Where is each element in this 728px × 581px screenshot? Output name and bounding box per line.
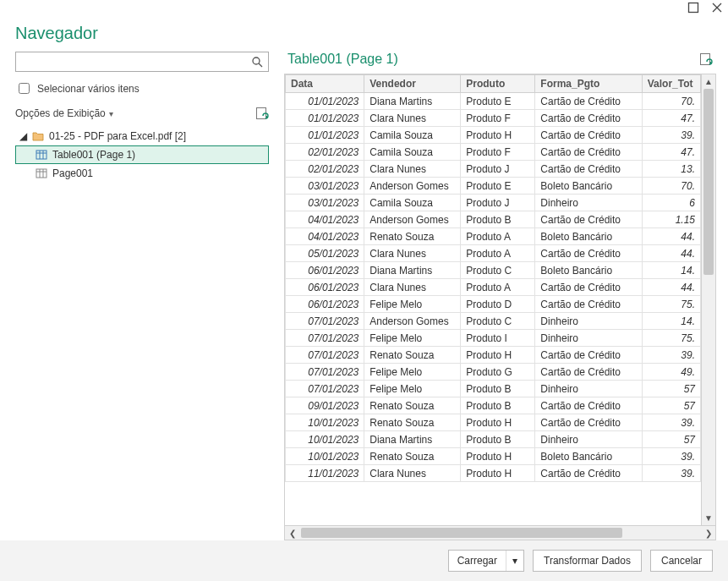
table-row[interactable]: 05/01/2023Clara NunesProduto ACartão de … xyxy=(286,245,701,262)
table-row[interactable]: 07/01/2023Anderson GomesProduto CDinheir… xyxy=(286,313,701,330)
scroll-down-arrow-icon[interactable]: ▼ xyxy=(702,511,715,525)
table-cell: Cartão de Crédito xyxy=(535,347,642,364)
table-cell: Clara Nunes xyxy=(364,279,461,296)
table-row[interactable]: 07/01/2023Felipe MeloProduto IDinheiro75… xyxy=(286,330,701,347)
table-row[interactable]: 07/01/2023Renato SouzaProduto HCartão de… xyxy=(286,347,701,364)
col-header[interactable]: Produto xyxy=(461,75,535,93)
table-row[interactable]: 03/01/2023Camila SouzaProduto JDinheiro6 xyxy=(286,195,701,211)
source-tree: ◢ 01-25 - PDF para Excel.pdf [2] Table00… xyxy=(15,127,269,183)
scroll-thumb[interactable] xyxy=(301,528,622,538)
table-cell: 06/01/2023 xyxy=(286,262,364,279)
vertical-scrollbar[interactable]: ▲ ▼ xyxy=(701,74,715,525)
table-row[interactable]: 07/01/2023Felipe MeloProduto BDinheiro57 xyxy=(286,381,701,397)
table-row[interactable]: 04/01/2023Renato SouzaProduto ABoleto Ba… xyxy=(286,228,701,245)
table-cell: Produto J xyxy=(461,195,535,211)
tree-item-page001[interactable]: Page001 xyxy=(15,164,269,183)
table-row[interactable]: 01/01/2023Diana MartinsProduto ECartão d… xyxy=(286,93,701,110)
svg-line-4 xyxy=(259,63,262,67)
table-cell: Produto J xyxy=(461,161,535,178)
table-cell: 10/01/2023 xyxy=(286,414,364,431)
table-row[interactable]: 10/01/2023Renato SouzaProduto HBoleto Ba… xyxy=(286,448,701,465)
table-cell: 04/01/2023 xyxy=(286,211,364,228)
table-cell: 57 xyxy=(642,381,700,397)
preview-table: Data Vendedor Produto Forma_Pgto Valor_T… xyxy=(285,74,701,482)
tree-root[interactable]: ◢ 01-25 - PDF para Excel.pdf [2] xyxy=(15,127,269,145)
table-cell: Cartão de Crédito xyxy=(535,364,642,381)
tree-item-table001[interactable]: Table001 (Page 1) xyxy=(15,145,269,164)
table-row[interactable]: 03/01/2023Anderson GomesProduto EBoleto … xyxy=(286,178,701,195)
col-header[interactable]: Vendedor xyxy=(364,75,461,93)
table-row[interactable]: 09/01/2023Renato SouzaProduto BCartão de… xyxy=(286,397,701,414)
table-cell: 03/01/2023 xyxy=(286,195,364,211)
table-row[interactable]: 11/01/2023Clara NunesProduto HCartão de … xyxy=(286,465,701,482)
table-cell: Produto D xyxy=(461,296,535,313)
dialog-footer: Carregar ▾ Transformar Dados Cancelar xyxy=(0,540,728,581)
table-row[interactable]: 06/01/2023Clara NunesProduto ACartão de … xyxy=(286,279,701,296)
col-header[interactable]: Forma_Pgto xyxy=(535,75,642,93)
table-row[interactable]: 10/01/2023Renato SouzaProduto HCartão de… xyxy=(286,414,701,431)
table-cell: 6 xyxy=(642,195,700,211)
table-cell: 57 xyxy=(642,431,700,448)
table-row[interactable]: 06/01/2023Diana MartinsProduto CBoleto B… xyxy=(286,262,701,279)
table-row[interactable]: 01/01/2023Clara NunesProduto FCartão de … xyxy=(286,110,701,127)
table-cell: Boleto Bancário xyxy=(535,228,642,245)
table-cell: 75. xyxy=(642,296,700,313)
table-cell: Camila Souza xyxy=(364,195,461,211)
table-cell: Felipe Melo xyxy=(364,330,461,347)
cancel-button[interactable]: Cancelar xyxy=(650,550,713,572)
scroll-thumb[interactable] xyxy=(703,89,714,275)
display-options-dropdown[interactable]: Opções de Exibição ▾ xyxy=(15,107,113,119)
multi-select-checkbox[interactable] xyxy=(19,83,30,94)
load-dropdown-icon[interactable]: ▾ xyxy=(506,551,523,571)
table-cell: Dinheiro xyxy=(535,381,642,397)
search-input[interactable] xyxy=(21,55,251,69)
table-row[interactable]: 04/01/2023Anderson GomesProduto BCartão … xyxy=(286,211,701,228)
table-cell: 75. xyxy=(642,330,700,347)
caret-down-icon[interactable]: ◢ xyxy=(19,130,27,142)
table-cell: Camila Souza xyxy=(364,144,461,161)
table-cell: Felipe Melo xyxy=(364,364,461,381)
table-cell: Clara Nunes xyxy=(364,245,461,262)
refresh-icon[interactable] xyxy=(255,107,269,120)
table-row[interactable]: 06/01/2023Felipe MeloProduto DCartão de … xyxy=(286,296,701,313)
table-cell: 04/01/2023 xyxy=(286,228,364,245)
table-cell: Renato Souza xyxy=(364,397,461,414)
table-cell: Produto H xyxy=(461,127,535,144)
table-cell: Renato Souza xyxy=(364,448,461,465)
table-cell: 07/01/2023 xyxy=(286,330,364,347)
scroll-right-arrow-icon[interactable]: ❯ xyxy=(701,526,715,540)
tree-root-label: 01-25 - PDF para Excel.pdf [2] xyxy=(49,130,186,142)
table-cell: Produto E xyxy=(461,93,535,110)
search-input-wrapper[interactable] xyxy=(15,52,269,72)
scroll-up-arrow-icon[interactable]: ▲ xyxy=(702,74,715,89)
window-titlebar xyxy=(0,0,728,20)
table-cell: 1.15 xyxy=(642,211,700,228)
horizontal-scrollbar[interactable]: ❮ ❯ xyxy=(284,526,716,540)
close-icon[interactable] xyxy=(711,2,723,14)
table-cell: 44. xyxy=(642,228,700,245)
table-cell: Clara Nunes xyxy=(364,465,461,482)
table-cell: 06/01/2023 xyxy=(286,279,364,296)
table-cell: 14. xyxy=(642,262,700,279)
table-cell: 39. xyxy=(642,347,700,364)
col-header[interactable]: Data xyxy=(286,75,364,93)
table-row[interactable]: 02/01/2023Clara NunesProduto JCartão de … xyxy=(286,161,701,178)
table-cell: 13. xyxy=(642,161,700,178)
table-row[interactable]: 01/01/2023Camila SouzaProduto HCartão de… xyxy=(286,127,701,144)
refresh-preview-icon[interactable] xyxy=(699,52,713,66)
table-cell: 57 xyxy=(642,397,700,414)
table-cell: Boleto Bancário xyxy=(535,262,642,279)
table-row[interactable]: 10/01/2023Diana MartinsProduto BDinheiro… xyxy=(286,431,701,448)
table-cell: 70. xyxy=(642,93,700,110)
table-cell: 03/01/2023 xyxy=(286,178,364,195)
table-cell: 44. xyxy=(642,279,700,296)
col-header[interactable]: Valor_Tot xyxy=(642,75,700,93)
multi-select-checkbox-row[interactable]: Selecionar vários itens xyxy=(15,80,269,96)
transform-button[interactable]: Transformar Dados xyxy=(533,550,642,572)
table-row[interactable]: 02/01/2023Camila SouzaProduto FCartão de… xyxy=(286,144,701,161)
table-cell: Anderson Gomes xyxy=(364,313,461,330)
table-row[interactable]: 07/01/2023Felipe MeloProduto GCartão de … xyxy=(286,364,701,381)
maximize-icon[interactable] xyxy=(687,2,699,14)
scroll-left-arrow-icon[interactable]: ❮ xyxy=(285,526,299,540)
load-button[interactable]: Carregar ▾ xyxy=(448,550,524,572)
